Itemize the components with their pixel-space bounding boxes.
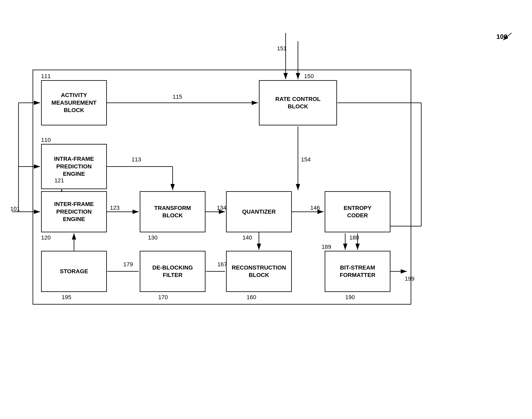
bitstream-formatter-block: BIT-STREAMFORMATTER [325, 251, 391, 292]
label-120: 120 [41, 234, 51, 241]
label-180: 180 [349, 234, 359, 241]
label-arrow-146: 146 [310, 205, 320, 211]
label-110: 110 [41, 137, 51, 143]
storage-block: STORAGE [41, 251, 107, 292]
quantizer-block: QUANTIZER [226, 191, 292, 232]
label-160: 160 [247, 294, 256, 301]
ref-arrow [499, 31, 516, 43]
label-140: 140 [242, 234, 252, 241]
label-arrow-189: 189 [322, 244, 331, 250]
diagram-container: ACTIVITY MEASUREMENT BLOCK 111 RATE CONT… [0, 0, 532, 419]
inter-frame-prediction-engine: INTER-FRAMEPREDICTIONENGINE [41, 191, 107, 232]
label-arrow-199: 199 [405, 275, 415, 282]
label-arrow-113: 113 [131, 156, 141, 163]
label-130: 130 [148, 234, 158, 241]
label-arrow-179: 179 [123, 261, 133, 268]
label-111: 111 [41, 73, 51, 79]
entropy-coder-block: ENTROPYCODER [325, 191, 391, 232]
reconstruction-block: RECONSTRUCTIONBLOCK [226, 251, 292, 292]
transform-block: TRANSFORMBLOCK [140, 191, 205, 232]
label-arrow-123: 123 [110, 205, 120, 211]
label-195: 195 [62, 294, 71, 301]
label-arrow-167: 167 [217, 261, 227, 268]
label-arrow-121: 121 [54, 177, 64, 184]
activity-measurement-block: ACTIVITY MEASUREMENT BLOCK [41, 80, 107, 125]
label-arrow-115: 115 [173, 93, 182, 100]
rate-control-block: RATE CONTROLBLOCK [259, 80, 337, 125]
label-190: 190 [345, 294, 355, 301]
label-arrow-101: 101 [10, 206, 20, 212]
svg-line-33 [503, 33, 511, 40]
deblocking-filter-block: DE-BLOCKINGFILTER [140, 251, 205, 292]
label-170: 170 [158, 294, 168, 301]
label-150: 150 [304, 73, 314, 79]
label-arrow-134: 134 [217, 205, 227, 211]
label-arrow-151: 151 [277, 45, 287, 52]
label-arrow-154: 154 [301, 156, 311, 163]
intra-frame-prediction-engine: INTRA-FRAMEPREDICTIONENGINE [41, 144, 107, 189]
